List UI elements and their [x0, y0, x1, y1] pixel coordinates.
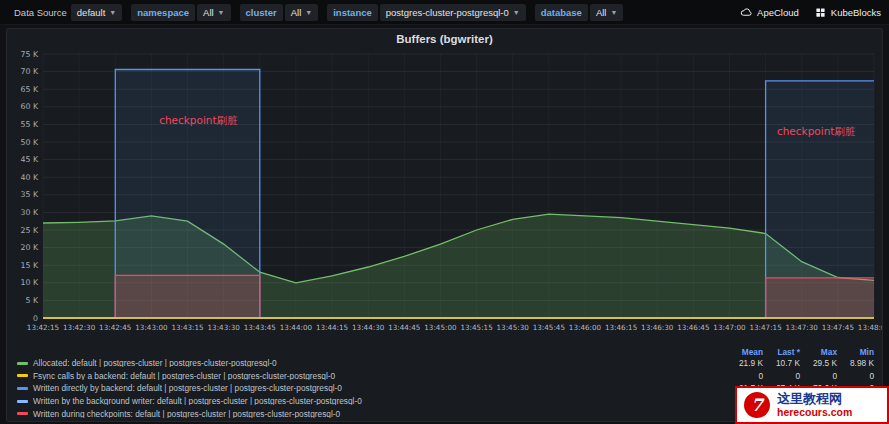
- svg-text:50 K: 50 K: [20, 138, 38, 147]
- legend-stat-value: 0: [837, 372, 874, 380]
- annotations: checkpoint刷脏checkpoint刷脏: [159, 114, 855, 137]
- legend-stat-value: 0: [717, 372, 763, 380]
- svg-text:13:46:00: 13:46:00: [569, 323, 602, 332]
- svg-text:checkpoint刷脏: checkpoint刷脏: [777, 125, 856, 137]
- watermark: 7 这里教程网 herecours.com: [735, 386, 889, 424]
- legend-item[interactable]: Allocated: default | postgres-cluster | …: [17, 357, 874, 370]
- chevron-down-icon: ▼: [305, 9, 312, 16]
- legend-stat-value: 10.7 K: [763, 359, 800, 367]
- var-database-dropdown[interactable]: All▼: [590, 4, 624, 21]
- svg-text:13:46:45: 13:46:45: [677, 323, 709, 332]
- legend-stat-header[interactable]: Max: [800, 348, 837, 356]
- svg-text:0: 0: [33, 314, 38, 323]
- svg-text:60 K: 60 K: [20, 102, 38, 111]
- y-axis-labels: 05 K10 K15 K20 K25 K30 K35 K40 K45 K50 K…: [20, 50, 38, 323]
- svg-text:13:43:15: 13:43:15: [171, 323, 203, 332]
- legend-stat-value: 0: [763, 372, 800, 380]
- svg-text:13:47:15: 13:47:15: [749, 323, 781, 332]
- legend-stats-header: MeanLast *MaxMin: [17, 347, 874, 357]
- var-cluster: cluster All▼: [240, 4, 319, 21]
- svg-text:13:44:45: 13:44:45: [388, 323, 420, 332]
- panel-title[interactable]: Buffers (bgwriter): [7, 29, 882, 46]
- svg-text:13:44:30: 13:44:30: [352, 323, 385, 332]
- var-database: database All▼: [535, 4, 624, 21]
- legend-color-marker: [17, 400, 28, 403]
- x-axis-labels: 13:42:1513:42:3013:42:4513:43:0013:43:15…: [27, 323, 882, 332]
- svg-text:13:44:15: 13:44:15: [316, 323, 348, 332]
- legend-series-label[interactable]: Allocated: default | postgres-cluster | …: [17, 359, 717, 367]
- svg-text:13:42:45: 13:42:45: [99, 323, 131, 332]
- svg-text:checkpoint刷脏: checkpoint刷脏: [159, 114, 238, 126]
- legend-item[interactable]: Fsync calls by a backend: default | post…: [17, 370, 874, 383]
- legend-color-marker: [17, 387, 28, 390]
- svg-text:13:43:30: 13:43:30: [208, 323, 241, 332]
- apecloud-button[interactable]: ApeCloud: [740, 6, 799, 18]
- grafana-dashboard: Data Source default▼ namespace All▼ clus…: [0, 0, 889, 424]
- var-database-label: database: [535, 4, 588, 21]
- svg-text:45 K: 45 K: [20, 155, 38, 164]
- legend-stat-value: 8.98 K: [837, 359, 874, 367]
- grid-icon: [815, 7, 826, 18]
- chevron-down-icon: ▼: [109, 9, 116, 16]
- svg-text:55 K: 55 K: [20, 120, 38, 129]
- legend-stat-value: 21.9 K: [717, 359, 763, 367]
- svg-text:13:43:45: 13:43:45: [244, 323, 276, 332]
- legend-color-marker: [17, 362, 28, 365]
- var-namespace-label: namespace: [131, 4, 195, 21]
- watermark-logo: 7: [744, 392, 770, 418]
- kubeblocks-button[interactable]: KubeBlocks: [815, 7, 881, 18]
- var-instance-dropdown[interactable]: postgres-cluster-postgresql-0▼: [380, 4, 526, 21]
- legend-stat-value: 29.5 K: [800, 359, 837, 367]
- svg-text:65 K: 65 K: [20, 85, 38, 94]
- svg-text:75 K: 75 K: [20, 50, 38, 59]
- legend-color-marker: [17, 412, 28, 415]
- legend-color-marker: [17, 374, 28, 377]
- svg-text:13:47:00: 13:47:00: [713, 323, 746, 332]
- buffers-bgwriter-chart[interactable]: 05 K10 K15 K20 K25 K30 K35 K40 K45 K50 K…: [7, 46, 882, 346]
- legend-series-label[interactable]: Written during checkpoints: default | po…: [17, 410, 717, 418]
- svg-text:13:46:15: 13:46:15: [605, 323, 637, 332]
- svg-text:30 K: 30 K: [20, 208, 38, 217]
- legend-series-label[interactable]: Written by the background writer: defaul…: [17, 397, 717, 405]
- svg-text:13:48:00: 13:48:00: [858, 323, 882, 332]
- svg-text:13:45:30: 13:45:30: [497, 323, 530, 332]
- var-namespace: namespace All▼: [131, 4, 230, 21]
- var-datasource-label: Data Source: [8, 4, 69, 21]
- timeseries-chart-area[interactable]: 05 K10 K15 K20 K25 K30 K35 K40 K45 K50 K…: [7, 46, 882, 346]
- var-instance: instance postgres-cluster-postgresql-0▼: [327, 4, 526, 21]
- svg-text:15 K: 15 K: [20, 261, 38, 270]
- legend-stat-header[interactable]: Last *: [763, 348, 800, 356]
- legend-stat-value: 0: [800, 372, 837, 380]
- chevron-down-icon: ▼: [610, 9, 617, 16]
- variables-bar: Data Source default▼ namespace All▼ clus…: [0, 0, 889, 25]
- chevron-down-icon: ▼: [218, 9, 225, 16]
- svg-text:20 K: 20 K: [20, 243, 38, 252]
- watermark-site-url: herecours.com: [777, 406, 852, 418]
- panel-buffers-bgwriter: Buffers (bgwriter) 05 K10 K15 K20 K25 K3…: [6, 28, 883, 422]
- cloud-icon: [740, 6, 752, 18]
- svg-text:10 K: 10 K: [20, 278, 38, 287]
- legend-series-label[interactable]: Written directly by backend: default | p…: [17, 384, 717, 392]
- svg-text:25 K: 25 K: [20, 226, 38, 235]
- var-instance-label: instance: [327, 4, 378, 21]
- chevron-down-icon: ▼: [513, 9, 520, 16]
- svg-text:13:45:15: 13:45:15: [460, 323, 492, 332]
- svg-text:35 K: 35 K: [20, 190, 38, 199]
- var-cluster-dropdown[interactable]: All▼: [285, 4, 319, 21]
- svg-text:13:45:45: 13:45:45: [533, 323, 565, 332]
- svg-text:13:43:00: 13:43:00: [135, 323, 168, 332]
- svg-text:40 K: 40 K: [20, 173, 38, 182]
- svg-text:70 K: 70 K: [20, 67, 38, 76]
- svg-text:5 K: 5 K: [25, 296, 38, 305]
- var-datasource: Data Source default▼: [8, 4, 122, 21]
- svg-text:13:46:30: 13:46:30: [641, 323, 674, 332]
- watermark-site-name: 这里教程网: [777, 392, 852, 407]
- var-datasource-dropdown[interactable]: default▼: [71, 4, 122, 21]
- svg-text:13:45:00: 13:45:00: [424, 323, 457, 332]
- var-namespace-dropdown[interactable]: All▼: [197, 4, 231, 21]
- legend-stat-header[interactable]: Mean: [717, 348, 763, 356]
- svg-text:13:44:00: 13:44:00: [280, 323, 313, 332]
- legend-series-label[interactable]: Fsync calls by a backend: default | post…: [17, 372, 717, 380]
- svg-text:13:42:30: 13:42:30: [63, 323, 96, 332]
- legend-stat-header[interactable]: Min: [837, 348, 874, 356]
